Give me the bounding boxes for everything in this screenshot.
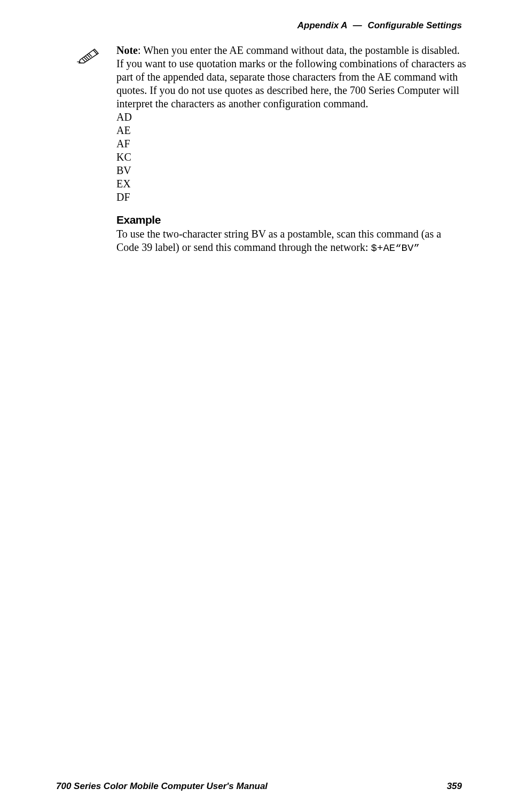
- code-item: AE: [116, 124, 466, 137]
- example-command: $+AE“BV”: [371, 242, 420, 254]
- note-icon: [76, 45, 103, 64]
- code-item: EX: [116, 177, 466, 191]
- code-item: DF: [116, 191, 466, 204]
- page-header: Appendix A — Configurable Settings: [297, 20, 462, 31]
- content-area: Note: When you enter the AE command with…: [116, 44, 466, 255]
- note-label: Note: [116, 44, 138, 56]
- header-section: Configurable Settings: [367, 20, 462, 30]
- code-list: AD AE AF KC BV EX DF: [116, 111, 466, 204]
- header-dash: —: [353, 20, 362, 30]
- example-paragraph: To use the two-character string BV as a …: [116, 227, 466, 255]
- note-paragraph: Note: When you enter the AE command with…: [116, 44, 466, 111]
- page-footer: 700 Series Color Mobile Computer User's …: [56, 781, 462, 792]
- header-appendix: Appendix A: [297, 20, 347, 30]
- code-item: AF: [116, 137, 466, 151]
- footer-page-number: 359: [447, 781, 462, 792]
- code-item: KC: [116, 151, 466, 164]
- code-item: AD: [116, 111, 466, 124]
- note-text: : When you enter the AE command without …: [116, 44, 466, 109]
- footer-manual-title: 700 Series Color Mobile Computer User's …: [56, 781, 268, 792]
- example-heading: Example: [116, 214, 466, 226]
- code-item: BV: [116, 164, 466, 177]
